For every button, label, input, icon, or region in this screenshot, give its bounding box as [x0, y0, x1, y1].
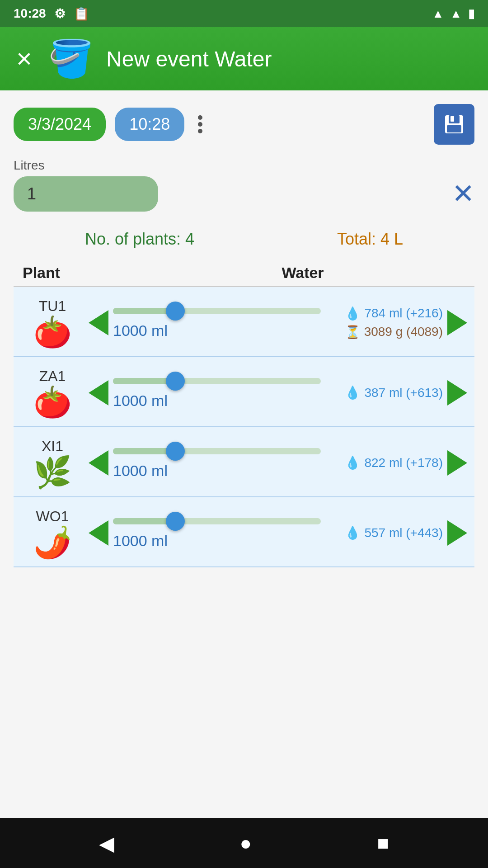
- save-button[interactable]: [434, 104, 474, 145]
- decrease-button-tu1[interactable]: [89, 310, 108, 335]
- clear-button[interactable]: ✕: [452, 180, 474, 208]
- herb-icon: 🌿: [33, 457, 72, 487]
- table-row: WO1 🌶️ 1000 ml 💧 557 ml (+443): [14, 497, 474, 567]
- water-stat-xi1: 💧 822 ml (+178): [345, 455, 443, 470]
- litres-label: Litres: [14, 158, 474, 173]
- plant-stats-xi1: 💧 822 ml (+178): [325, 455, 443, 470]
- slider-value-tu1: 1000 ml: [113, 322, 321, 340]
- slider-za1[interactable]: [113, 376, 321, 387]
- increase-button-wo1[interactable]: [447, 520, 467, 546]
- decrease-button-za1[interactable]: [89, 380, 108, 406]
- recents-button[interactable]: ■: [377, 832, 389, 854]
- more-options-button[interactable]: [193, 115, 207, 133]
- table-row: XI1 🌿 1000 ml 💧 822 ml (+178): [14, 427, 474, 497]
- page-title: New event Water: [106, 47, 272, 71]
- total-water: Total: 4 L: [337, 230, 403, 249]
- plant-name: ZA1: [39, 368, 66, 385]
- plant-info-xi1: XI1 🌿: [21, 438, 84, 487]
- drop-icon: 💧: [345, 385, 361, 400]
- water-value: 822 ml (+178): [364, 456, 443, 470]
- signal-icon: ▲: [450, 7, 462, 21]
- plants-count: No. of plants: 4: [85, 230, 194, 249]
- battery-icon: ▮: [468, 7, 474, 21]
- status-time: 10:28: [14, 6, 46, 21]
- slider-value-wo1: 1000 ml: [113, 532, 321, 550]
- slider-value-xi1: 1000 ml: [113, 462, 321, 480]
- main-content: 3/3/2024 10:28 Litres ✕ No. of plants: 4…: [0, 90, 488, 818]
- app-header: × 🪣 New event Water: [0, 27, 488, 90]
- litres-section: Litres ✕: [14, 158, 474, 212]
- slider-thumb[interactable]: [166, 302, 185, 321]
- decrease-button-xi1[interactable]: [89, 450, 108, 476]
- slider-rail: [113, 308, 321, 314]
- plant-stats-za1: 💧 387 ml (+613): [325, 385, 443, 400]
- table-row: ZA1 🍅 1000 ml 💧 387 ml (+613): [14, 357, 474, 427]
- increase-button-tu1[interactable]: [447, 310, 467, 335]
- bottom-nav: ◀ ● ■: [0, 818, 488, 868]
- water-value: 557 ml (+443): [364, 526, 443, 540]
- plant-stats-tu1: 💧 784 ml (+216) ⏳ 3089 g (4089): [325, 306, 443, 340]
- tomato-icon: 🍅: [33, 316, 72, 347]
- column-plant: Plant: [23, 264, 113, 282]
- decrease-button-wo1[interactable]: [89, 520, 108, 546]
- water-stat-wo1: 💧 557 ml (+443): [345, 525, 443, 540]
- water-stat-tu1: 💧 784 ml (+216): [345, 306, 443, 321]
- soil-stat-tu1: ⏳ 3089 g (4089): [345, 325, 443, 340]
- slider-section-wo1: 1000 ml: [113, 516, 321, 550]
- water-value: 387 ml (+613): [364, 386, 443, 400]
- plant-list: TU1 🍅 1000 ml 💧 784 ml (+216): [14, 287, 474, 567]
- slider-section-za1: 1000 ml: [113, 376, 321, 410]
- tomatoes-icon: 🍅: [33, 387, 72, 417]
- slider-tu1[interactable]: [113, 306, 321, 316]
- svg-rect-2: [447, 125, 461, 132]
- status-bar: 10:28 ⚙ 📋 ▲ ▲ ▮: [0, 0, 488, 27]
- water-value: 784 ml (+216): [364, 306, 443, 321]
- litres-input[interactable]: [14, 176, 158, 212]
- time-picker[interactable]: 10:28: [115, 108, 184, 141]
- litres-input-row: ✕: [14, 176, 474, 212]
- slider-section-xi1: 1000 ml: [113, 446, 321, 480]
- slider-rail: [113, 448, 321, 454]
- plant-name: WO1: [36, 508, 69, 525]
- slider-thumb[interactable]: [166, 442, 185, 461]
- water-stat-za1: 💧 387 ml (+613): [345, 385, 443, 400]
- pepper-icon: 🌶️: [33, 527, 72, 557]
- table-row: TU1 🍅 1000 ml 💧 784 ml (+216): [14, 287, 474, 357]
- home-button[interactable]: ●: [239, 832, 252, 854]
- soil-value: 3089 g (4089): [364, 325, 443, 339]
- datetime-row: 3/3/2024 10:28: [14, 104, 474, 145]
- drop-icon: 💧: [345, 525, 361, 540]
- plant-info-za1: ZA1 🍅: [21, 368, 84, 417]
- drop-icon: 💧: [345, 306, 361, 321]
- wifi-icon: ▲: [432, 7, 444, 21]
- drop-icon: 💧: [345, 455, 361, 470]
- plant-name: XI1: [42, 438, 63, 455]
- plant-name: TU1: [39, 298, 66, 315]
- table-header: Plant Water: [14, 259, 474, 287]
- increase-button-xi1[interactable]: [447, 450, 467, 476]
- gear-icon: ⚙: [54, 6, 66, 21]
- slider-rail: [113, 378, 321, 384]
- slider-thumb[interactable]: [166, 372, 185, 391]
- plant-info-wo1: WO1 🌶️: [21, 508, 84, 557]
- save-icon: [442, 113, 466, 136]
- slider-value-za1: 1000 ml: [113, 392, 321, 410]
- svg-rect-3: [450, 116, 454, 122]
- slider-rail: [113, 518, 321, 524]
- hourglass-icon: ⏳: [345, 325, 361, 340]
- slider-section-tu1: 1000 ml: [113, 306, 321, 340]
- plant-stats-wo1: 💧 557 ml (+443): [325, 525, 443, 540]
- watering-can-icon: 🪣: [48, 41, 94, 77]
- plant-info-tu1: TU1 🍅: [21, 298, 84, 347]
- increase-button-za1[interactable]: [447, 380, 467, 406]
- column-water: Water: [113, 264, 465, 282]
- spacer: [14, 567, 474, 805]
- back-button[interactable]: ◀: [99, 832, 114, 855]
- clipboard-icon: 📋: [74, 6, 89, 21]
- slider-wo1[interactable]: [113, 516, 321, 527]
- slider-thumb[interactable]: [166, 512, 185, 531]
- close-button[interactable]: ×: [16, 45, 32, 72]
- plants-summary: No. of plants: 4 Total: 4 L: [14, 225, 474, 259]
- date-picker[interactable]: 3/3/2024: [14, 108, 106, 141]
- slider-xi1[interactable]: [113, 446, 321, 457]
